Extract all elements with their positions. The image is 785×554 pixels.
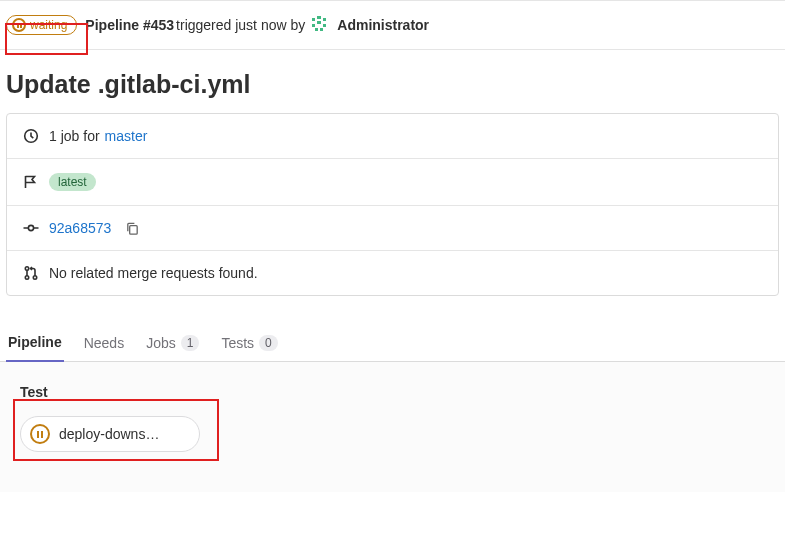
status-text: waiting: [30, 18, 67, 32]
pipeline-graph: Test deploy-downs…: [0, 362, 785, 492]
svg-rect-1: [323, 18, 326, 21]
flag-icon: [23, 174, 39, 190]
jobs-count-badge: 1: [181, 335, 200, 351]
pipeline-header: waiting Pipeline #453 triggered just now…: [0, 0, 785, 50]
mr-text: No related merge requests found.: [49, 265, 258, 281]
tabs-bar: Pipeline Needs Jobs1 Tests0: [0, 306, 785, 362]
svg-rect-10: [130, 225, 138, 233]
svg-rect-6: [320, 28, 323, 31]
tab-jobs[interactable]: Jobs1: [144, 324, 201, 361]
svg-rect-4: [323, 24, 326, 27]
svg-rect-2: [317, 21, 321, 24]
tab-label: Needs: [84, 335, 124, 351]
branch-link[interactable]: master: [105, 128, 148, 144]
mr-row: No related merge requests found.: [7, 251, 778, 295]
svg-point-9: [28, 225, 33, 230]
tab-label: Jobs: [146, 335, 176, 351]
user-link[interactable]: Administrator: [337, 17, 429, 33]
page-title: Update .gitlab-ci.yml: [0, 50, 785, 113]
tab-needs[interactable]: Needs: [82, 324, 126, 361]
avatar-icon[interactable]: [309, 15, 329, 35]
tab-pipeline[interactable]: Pipeline: [6, 324, 64, 362]
latest-tag: latest: [49, 173, 96, 191]
tests-count-badge: 0: [259, 335, 278, 351]
tab-tests[interactable]: Tests0: [219, 324, 279, 361]
status-badge-waiting[interactable]: waiting: [6, 15, 77, 35]
tab-label: Tests: [221, 335, 254, 351]
pipeline-info-card: 1 job for master latest 92a68573 No rela…: [6, 113, 779, 296]
sha-link[interactable]: 92a68573: [49, 220, 111, 236]
svg-point-12: [25, 276, 28, 279]
jobs-count-text: 1 job for: [49, 128, 100, 144]
job-name: deploy-downs…: [59, 426, 159, 442]
tags-row: latest: [7, 159, 778, 206]
svg-point-11: [25, 267, 28, 270]
jobs-row: 1 job for master: [7, 114, 778, 159]
tab-label: Pipeline: [8, 334, 62, 350]
svg-rect-5: [315, 28, 318, 31]
job-pill[interactable]: deploy-downs…: [20, 416, 200, 452]
pause-icon: [12, 18, 26, 32]
triggered-text: triggered just now by: [176, 17, 305, 33]
pipeline-link[interactable]: Pipeline #453: [85, 17, 174, 33]
copy-icon[interactable]: [125, 221, 140, 236]
svg-rect-7: [317, 16, 321, 19]
merge-request-icon: [23, 265, 39, 281]
clock-icon: [23, 128, 39, 144]
commit-icon: [23, 220, 39, 236]
svg-rect-0: [312, 18, 315, 21]
stage-title: Test: [20, 384, 779, 400]
svg-rect-3: [312, 24, 315, 27]
commit-row: 92a68573: [7, 206, 778, 251]
pause-icon: [30, 424, 50, 444]
svg-point-13: [33, 276, 36, 279]
